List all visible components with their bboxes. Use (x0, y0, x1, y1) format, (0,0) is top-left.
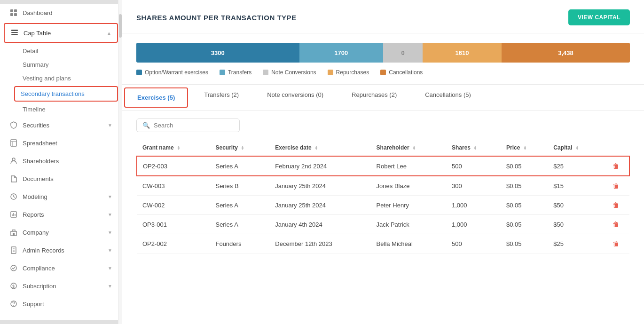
sidebar-sub-timeline[interactable]: Timeline (0, 103, 122, 116)
table-row: CW-002 Series A January 25th 2024 Peter … (137, 196, 629, 215)
legend-item-0: Option/Warrant exercises (136, 69, 208, 76)
chevron-down-icon: ▼ (108, 212, 112, 217)
sidebar-item-modeling[interactable]: Modeling ▼ (0, 188, 122, 205)
sidebar-sub-vesting[interactable]: Vesting and plans (0, 71, 122, 85)
sidebar-item-label: Documents (23, 175, 54, 182)
sidebar-item-compliance[interactable]: Compliance ▼ (0, 259, 122, 277)
sidebar-item-reports[interactable]: Reports ▼ (0, 205, 122, 223)
cell-shareholder: Jones Blaze (371, 176, 446, 196)
sidebar-item-documents[interactable]: Documents (0, 170, 122, 188)
sidebar-item-subscription[interactable]: $ Subscription ▼ (0, 277, 122, 295)
sidebar-item-company[interactable]: Company ▼ (0, 223, 122, 241)
cap-table-icon (10, 29, 19, 37)
tab-repurchases[interactable]: Repurchases (2) (338, 85, 411, 111)
cell-price: $0.05 (501, 196, 548, 215)
cell-price: $0.05 (501, 156, 548, 176)
bar-segment-1: 1700 (299, 43, 384, 63)
cell-shares: 500 (446, 234, 501, 253)
table-section: 🔍 Grant name ⇕ Security ⇕ Exercise date (122, 111, 644, 261)
svg-rect-17 (13, 233, 15, 236)
svg-text:$: $ (12, 284, 15, 289)
chevron-down-icon: ▼ (108, 266, 112, 271)
sort-icon[interactable]: ⇕ (241, 146, 244, 150)
legend-dot-2 (263, 70, 268, 75)
sidebar-item-cap-table[interactable]: Cap Table ▲ (5, 24, 117, 42)
support-icon (9, 300, 18, 308)
sort-icon[interactable]: ⇕ (523, 146, 527, 150)
sidebar-item-dashboard[interactable]: Dashboard (0, 4, 122, 22)
chevron-down-icon: ▼ (108, 194, 112, 199)
sort-icon[interactable]: ⇕ (314, 146, 318, 150)
page-title: SHARES AMOUNT PER TRANSACTION TYPE (136, 14, 297, 22)
delete-button[interactable]: 🗑 (602, 156, 629, 176)
svg-rect-2 (10, 13, 13, 16)
legend-dot-3 (328, 70, 333, 75)
sidebar-item-support[interactable]: Support (0, 295, 122, 313)
cell-grant-name: OP2-002 (137, 234, 210, 253)
search-container[interactable]: 🔍 (136, 119, 240, 132)
delete-button[interactable]: 🗑 (602, 176, 629, 196)
chevron-down-icon: ▼ (108, 123, 112, 128)
sort-icon[interactable]: ⇕ (473, 146, 477, 150)
cell-capital: $50 (548, 215, 602, 234)
sidebar-item-spreadsheet[interactable]: Spreadsheet (0, 134, 122, 152)
col-header-capital: Capital ⇕ (548, 140, 602, 156)
sidebar-item-admin-records[interactable]: Admin Records ▼ (0, 241, 122, 259)
delete-button[interactable]: 🗑 (602, 215, 629, 234)
bar-segment-4: 3,438 (502, 43, 630, 63)
col-header-grant-name: Grant name ⇕ (137, 140, 210, 156)
sidebar-item-shareholders[interactable]: Shareholders (0, 152, 122, 170)
cell-exercise-date: February 2nd 2024 (269, 156, 370, 176)
tab-exercises[interactable]: Exercises (5) (125, 88, 187, 107)
sidebar-sub-detail[interactable]: Detail (0, 44, 122, 58)
svg-rect-0 (10, 9, 13, 12)
sidebar-item-securities[interactable]: Securities ▼ (0, 116, 122, 134)
cell-exercise-date: December 12th 2023 (269, 234, 370, 253)
admin-records-icon (9, 246, 18, 254)
chart-legend: Option/Warrant exercises Transfers Note … (136, 69, 630, 76)
sidebar-sub-secondary-transactions[interactable]: Secondary transactions (15, 87, 117, 101)
view-capital-button[interactable]: VIEW CAPITAL (568, 9, 630, 25)
cell-grant-name: CW-003 (137, 176, 210, 196)
sidebar-item-label: Compliance (23, 265, 55, 272)
cell-security: Series A (210, 156, 269, 176)
cell-security: Series A (210, 215, 269, 234)
stacked-bar: 3300 1700 0 1610 3,438 (136, 43, 630, 63)
chevron-up-icon: ▲ (107, 31, 111, 36)
search-icon: 🔍 (142, 122, 150, 129)
col-header-security: Security ⇕ (210, 140, 269, 156)
cell-capital: $25 (548, 234, 602, 253)
legend-item-4: Cancellations (380, 69, 423, 76)
sort-icon[interactable]: ⇕ (177, 146, 181, 150)
search-input[interactable] (154, 122, 234, 129)
col-header-shares: Shares ⇕ (446, 140, 501, 156)
tab-note-conversions[interactable]: Note conversions (0) (253, 85, 338, 111)
securities-icon (9, 121, 18, 129)
cell-shares: 1,000 (446, 196, 501, 215)
legend-item-2: Note Conversions (263, 69, 316, 76)
sort-icon[interactable]: ⇕ (412, 146, 416, 150)
cell-shareholder: Jack Patrick (371, 215, 446, 234)
cell-capital: $15 (548, 176, 602, 196)
cell-security: Founders (210, 234, 269, 253)
chevron-down-icon: ▼ (108, 248, 112, 253)
exercises-table: Grant name ⇕ Security ⇕ Exercise date ⇕ … (136, 140, 630, 253)
delete-button[interactable]: 🗑 (602, 234, 629, 253)
sidebar-sub-summary[interactable]: Summary (0, 58, 122, 71)
sidebar-item-label: Spreadsheet (23, 140, 57, 147)
cell-shareholder: Peter Henry (371, 196, 446, 215)
tab-cancellations[interactable]: Cancellations (5) (411, 85, 485, 111)
svg-rect-6 (11, 34, 18, 35)
modeling-icon (9, 192, 18, 201)
delete-button[interactable]: 🗑 (602, 196, 629, 215)
sort-icon[interactable]: ⇕ (575, 146, 579, 150)
col-header-price: Price ⇕ (501, 140, 548, 156)
reports-icon (9, 210, 18, 219)
sidebar-item-label: Securities (23, 122, 49, 129)
dashboard-icon (9, 8, 18, 17)
tab-transfers[interactable]: Transfers (2) (190, 85, 253, 111)
legend-item-1: Transfers (220, 69, 251, 76)
shareholders-icon (9, 157, 18, 165)
cell-exercise-date: January 4th 2024 (269, 215, 370, 234)
bar-segment-3: 1610 (423, 43, 502, 63)
